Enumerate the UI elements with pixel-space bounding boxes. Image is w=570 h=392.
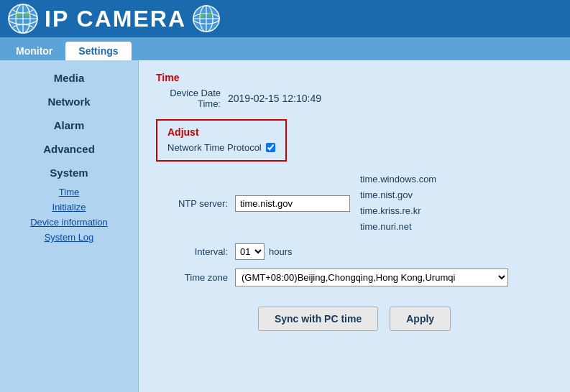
timezone-select[interactable]: (GMT+08:00)Beijing,Chongqing,Hong Kong,U…: [235, 269, 508, 286]
main-layout: Media Network Alarm Advanced System Time…: [0, 60, 570, 392]
sidebar-sub-time[interactable]: Time: [0, 185, 138, 200]
ntp-suggestion-2: time.nist.gov: [360, 187, 436, 203]
sidebar: Media Network Alarm Advanced System Time…: [0, 60, 139, 392]
sync-pc-time-button[interactable]: Sync with PC time: [258, 307, 378, 331]
ntp-row: Network Time Protocol: [167, 142, 275, 153]
globe-left-icon: [7, 3, 39, 34]
sidebar-item-system[interactable]: System: [0, 161, 138, 185]
sidebar-item-network[interactable]: Network: [0, 90, 138, 113]
ntp-suggestions: time.windows.com time.nist.gov time.kris…: [360, 172, 436, 235]
device-date-value: 2019-02-15 12:10:49: [228, 93, 321, 104]
device-date-label: Device DateTime:: [156, 88, 221, 109]
device-date-row: Device DateTime: 2019-02-15 12:10:49: [156, 88, 553, 109]
section-title-time: Time: [156, 72, 553, 83]
app-title: IP CAMERA: [45, 6, 186, 32]
interval-unit: hours: [269, 246, 293, 257]
tab-monitor[interactable]: Monitor: [3, 42, 65, 60]
ntp-protocol-label: Network Time Protocol: [167, 142, 262, 153]
interval-label: Interval:: [156, 246, 228, 257]
sidebar-item-advanced[interactable]: Advanced: [0, 137, 138, 161]
ntp-server-row: NTP server: time.windows.com time.nist.g…: [156, 172, 553, 235]
interval-select[interactable]: 01 02 03 06 12 24: [235, 243, 265, 260]
sidebar-item-media[interactable]: Media: [0, 66, 138, 90]
globe-right-icon: [192, 4, 221, 33]
ntp-suggestion-3: time.kriss.re.kr: [360, 203, 436, 219]
tab-settings[interactable]: Settings: [65, 42, 131, 60]
header: IP CAMERA: [0, 0, 570, 37]
sidebar-item-alarm[interactable]: Alarm: [0, 113, 138, 137]
content-area: Time Device DateTime: 2019-02-15 12:10:4…: [139, 60, 570, 392]
adjust-box: Adjust Network Time Protocol: [156, 119, 287, 162]
ntp-server-input[interactable]: [235, 195, 350, 212]
adjust-label: Adjust: [167, 126, 275, 138]
tab-bar: Monitor Settings: [0, 37, 570, 60]
button-row: Sync with PC time Apply: [156, 307, 553, 331]
ntp-suggestion-4: time.nuri.net: [360, 219, 436, 235]
ntp-server-label: NTP server:: [156, 198, 228, 209]
interval-row: Interval: 01 02 03 06 12 24 hours: [156, 243, 553, 260]
ntp-checkbox[interactable]: [266, 143, 275, 152]
timezone-row: Time zone (GMT+08:00)Beijing,Chongqing,H…: [156, 269, 553, 286]
sidebar-sub-device-info[interactable]: Device information: [0, 215, 138, 230]
sidebar-sub-initialize[interactable]: Initialize: [0, 200, 138, 215]
timezone-label: Time zone: [156, 272, 228, 283]
apply-button[interactable]: Apply: [390, 307, 451, 331]
sidebar-sub-system-log[interactable]: System Log: [0, 230, 138, 245]
ntp-suggestion-1: time.windows.com: [360, 172, 436, 187]
